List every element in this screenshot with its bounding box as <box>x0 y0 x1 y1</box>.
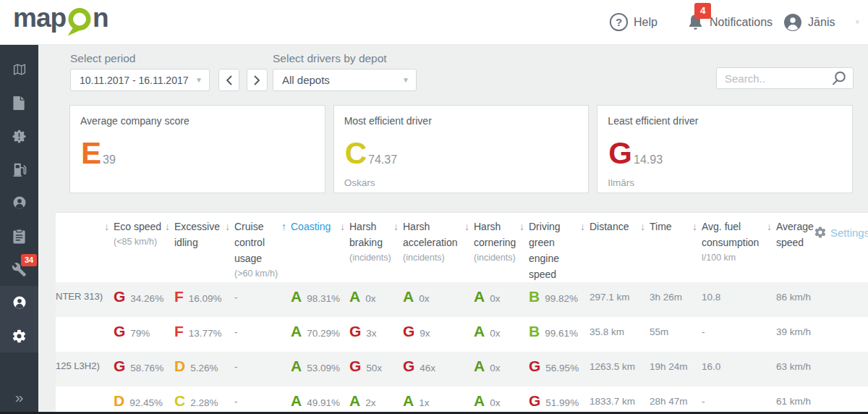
table-header-row: ↓ Eco speed (<85 km/h) ↓ Excessive idlin… <box>56 213 868 282</box>
harsh-cornering-cell: A0x <box>464 317 519 352</box>
column-header-harsh-acceleration[interactable]: ↓ Harsh acceleration (incidents) <box>393 213 464 282</box>
cell-value: 0x <box>490 293 500 304</box>
grade-letter: G <box>114 288 125 305</box>
table-row[interactable]: D92.45% C2.28% - A49.91% A2x A1x A0x G51… <box>56 386 868 414</box>
excessive-idling-cell: F13.77% <box>164 317 224 352</box>
settings-button[interactable]: Settings <box>814 219 867 239</box>
cell-value: 79% <box>130 328 150 339</box>
grade-letter: C <box>345 138 367 169</box>
column-header-time[interactable]: ↓ Time <box>639 213 692 282</box>
column-label: Eco speed <box>114 219 163 235</box>
grade-letter: A <box>349 392 360 409</box>
column-label: Distance <box>590 219 638 235</box>
sidebar-item-alerts[interactable] <box>0 119 38 153</box>
cell-value: 35.8 km <box>590 326 624 337</box>
user-menu[interactable]: Jānis ▾ <box>783 12 859 33</box>
settings-cell <box>814 386 868 414</box>
period-label: Select period <box>70 52 268 65</box>
driving-green-cell: G51.99% <box>519 386 579 414</box>
sidebar-item-map[interactable] <box>0 53 38 86</box>
bell-icon: 4 <box>686 12 705 33</box>
driving-green-cell: G56.95% <box>519 352 579 386</box>
help-button[interactable]: ? Help <box>609 12 658 32</box>
search-box <box>716 67 854 89</box>
next-period-button[interactable] <box>247 69 268 91</box>
cell-value: 19h 24m <box>650 361 688 372</box>
sidebar-item-maintenance[interactable]: 34 <box>0 253 38 286</box>
user-icon <box>12 295 27 310</box>
column-header-avg-fuel[interactable]: ↓ Avg. fuel consumption l/100 km <box>692 213 766 282</box>
grade-letter: A <box>474 288 485 305</box>
settings-cell <box>814 352 868 386</box>
fuel-pump-icon <box>12 162 27 177</box>
grade-letter: A <box>291 392 302 409</box>
column-header-cruise-control[interactable]: ↓ Cruise control usage (>60 km/h) <box>224 213 281 282</box>
column-header-harsh-braking[interactable]: ↓ Harsh braking (incidents) <box>339 213 393 282</box>
grade-letter: G <box>114 323 125 339</box>
cell-value: 1x <box>419 397 429 408</box>
sidebar-item-reports[interactable] <box>0 86 38 119</box>
column-sublabel: (incidents) <box>349 250 391 265</box>
mapon-logo[interactable]: map n <box>13 0 109 41</box>
sidebar-item-settings[interactable] <box>0 319 38 352</box>
column-header-coasting[interactable]: ↑ Coasting <box>281 213 339 282</box>
depot-filter-group: Select drivers by depot All depots ▼ <box>273 52 417 91</box>
avatar-icon <box>783 12 803 33</box>
avg-fuel-cell: - <box>692 386 766 414</box>
grade-letter: E <box>81 138 101 169</box>
card-title: Least efficient driver <box>608 115 842 127</box>
table-row[interactable]: NTER 313) G34.26% F16.09% - A98.31% A0x … <box>56 282 868 317</box>
cell-value: 0x <box>490 397 500 408</box>
cell-value: 16.0 <box>702 361 720 372</box>
average-speed-cell: 63 km/h <box>766 352 814 386</box>
sidebar-expand-button[interactable]: » <box>0 381 38 414</box>
harsh-acceleration-cell: G9x <box>393 317 464 352</box>
cell-value: 99.82% <box>545 293 578 304</box>
search-input[interactable] <box>725 72 827 85</box>
cell-value: 10.8 <box>702 292 720 303</box>
column-header-eco-speed[interactable]: ↓ Eco speed (<85 km/h) <box>103 213 164 282</box>
column-header-average-speed[interactable]: ↓ Average speed <box>766 213 814 282</box>
distance-cell: 1833.7 km <box>579 386 639 414</box>
column-header-distance[interactable]: ↓ Distance <box>579 213 639 282</box>
cell-value: 53.09% <box>307 363 340 373</box>
depot-select[interactable]: All depots ▼ <box>273 69 417 91</box>
column-header-harsh-cornering[interactable]: ↓ Harsh cornering (incidents) <box>464 213 519 282</box>
column-label: Coasting <box>291 219 338 235</box>
grade-letter: A <box>349 288 360 305</box>
chevron-right-icon <box>254 75 260 85</box>
help-icon: ? <box>609 12 629 32</box>
settings-label: Settings <box>830 227 868 239</box>
card-title: Most efficient driver <box>344 115 579 127</box>
sidebar-item-drivers[interactable] <box>0 186 38 219</box>
sidebar-item-users[interactable] <box>0 286 38 319</box>
grade-letter: G <box>349 323 361 339</box>
time-cell: 3h 26m <box>639 282 692 317</box>
harsh-braking-cell: G3x <box>339 317 393 352</box>
distance-cell: 1263.5 km <box>579 352 639 386</box>
period-value: 10.11.2017 - 16.11.2017 <box>80 75 189 86</box>
notifications-button[interactable]: 4 Notifications <box>686 12 773 33</box>
excessive-idling-cell: C2.28% <box>164 386 224 414</box>
column-header-excessive-idling[interactable]: ↓ Excessive idling <box>164 213 224 282</box>
sort-desc-icon: ↓ <box>393 219 399 235</box>
sidebar-item-tasks[interactable] <box>0 219 38 253</box>
notifications-label: Notifications <box>710 16 773 29</box>
sort-desc-icon: ↓ <box>464 219 469 235</box>
grade-letter: G <box>529 392 540 409</box>
harsh-acceleration-cell: G46x <box>393 352 464 386</box>
table-row[interactable]: G79% F13.77% - A70.29% G3x G9x A0x B99.6… <box>56 317 868 352</box>
cell-value: 5.26% <box>190 363 218 373</box>
harsh-braking-cell: A0x <box>339 282 393 317</box>
eco-speed-cell: G58.76% <box>103 352 164 386</box>
column-label: Excessive idling <box>174 219 223 250</box>
prev-period-button[interactable] <box>218 69 239 91</box>
column-header-driving-green[interactable]: ↓ Driving green engine speed <box>519 213 579 282</box>
cell-value: 0x <box>419 293 429 304</box>
column-sublabel: (incidents) <box>474 250 517 265</box>
score-cards: Average company score E 39 Most efficien… <box>69 105 853 193</box>
coasting-cell: A49.91% <box>281 386 339 414</box>
table-row[interactable]: 125 L3H2) G58.76% D5.26% - A53.09% G50x … <box>56 352 868 386</box>
period-select[interactable]: 10.11.2017 - 16.11.2017 ▼ <box>70 69 210 91</box>
sidebar-item-fuel[interactable] <box>0 153 38 186</box>
